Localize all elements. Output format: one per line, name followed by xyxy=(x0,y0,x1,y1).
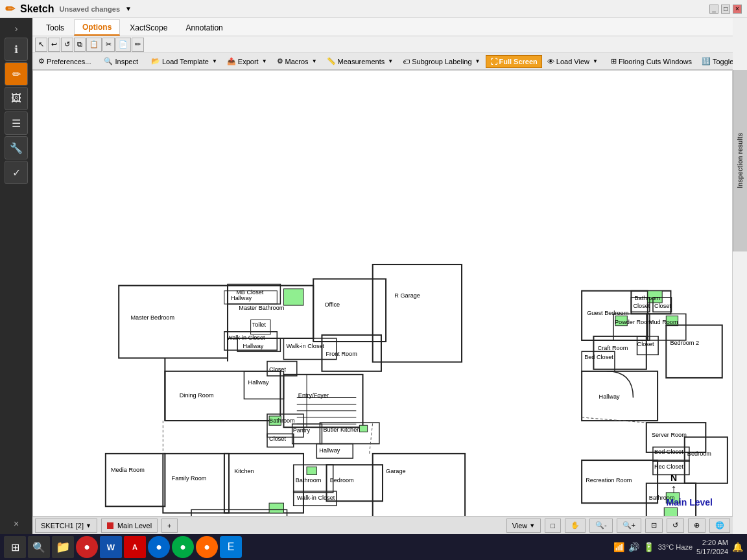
toolbar1: ↖ ↩ ↺ ⧉ 📋 ✂ 📄 ✏ xyxy=(32,36,733,53)
flooring-cuts-label: Flooring Cuts Windows xyxy=(619,58,692,65)
inspect-button[interactable]: 🔍 Inspect xyxy=(99,55,142,68)
north-indicator: N ↑ xyxy=(670,472,677,495)
preferences-button[interactable]: ⚙ Preferences... xyxy=(34,55,95,68)
room-guest-bedroom: Guest Bedroom xyxy=(587,310,628,316)
notification-icon[interactable]: 🔔 xyxy=(732,542,743,552)
sidebar-btn-photo[interactable]: 🖼 xyxy=(5,87,28,110)
canvas-area[interactable]: Master Bedroom Hallway MB Closet Master … xyxy=(32,70,733,534)
sidebar-btn-list[interactable]: ☰ xyxy=(5,111,28,135)
room-butler-kitchen: Butler Kitchen xyxy=(323,426,360,433)
main-level-button[interactable]: Main Level xyxy=(101,519,158,533)
pan-button[interactable]: ✋ xyxy=(565,519,586,533)
app-autocad[interactable]: A xyxy=(124,536,146,558)
app-green[interactable]: ● xyxy=(172,536,194,558)
maximize-button[interactable]: □ xyxy=(721,5,730,14)
room-hallway3: Hallway xyxy=(248,379,269,386)
export-arrow: ▼ xyxy=(262,58,267,64)
room-master-bathroom: Master Bathroom xyxy=(239,305,284,311)
copy-button[interactable]: ⧉ xyxy=(74,38,86,52)
weather-label: 33°C Haze xyxy=(658,543,693,551)
room-hallway2: Hallway xyxy=(243,343,263,349)
toggle-calculations-button[interactable]: 🔢 Toggle Calculations xyxy=(697,55,733,68)
room-mb-closet: MB Closet xyxy=(236,289,264,296)
search-button[interactable]: 🔍 xyxy=(28,536,50,558)
svg-rect-36 xyxy=(106,454,165,506)
tab-xactscope[interactable]: XactScope xyxy=(121,20,176,36)
tab-annotation[interactable]: Annotation xyxy=(177,20,231,36)
fullscreen-button[interactable]: ⛶ Full Screen xyxy=(486,55,542,68)
start-button[interactable]: ⊞ xyxy=(4,536,26,558)
room-closet-right3: Closet xyxy=(637,341,654,347)
tab-tools[interactable]: Tools xyxy=(38,20,73,36)
macros-arrow: ▼ xyxy=(312,58,317,64)
files-button[interactable]: 📁 xyxy=(52,536,74,558)
export-button[interactable]: 📤 Export▼ xyxy=(222,55,272,68)
room-master-bedroom: Master Bedroom xyxy=(131,314,175,321)
load-view-button[interactable]: 👁 Load View▼ xyxy=(543,55,602,68)
room-dining-room: Dining Room xyxy=(180,392,214,399)
tab-options[interactable]: Options xyxy=(74,19,120,36)
app-red[interactable]: ● xyxy=(76,536,98,558)
app-orange[interactable]: ● xyxy=(196,536,218,558)
room-entry-foyer: Entry/Foyer xyxy=(298,392,329,399)
room-bedroom2: Bedroom 2 xyxy=(670,340,699,346)
select-tool-button[interactable]: ↖ xyxy=(35,38,47,52)
dropdown-arrow[interactable]: ▼ xyxy=(125,5,132,12)
sidebar-btn-draw[interactable]: ✏ xyxy=(5,62,28,86)
floor-plan-svg: Master Bedroom Hallway MB Closet Master … xyxy=(33,71,732,533)
app-title: Sketch xyxy=(20,3,54,15)
globe-button[interactable]: 🌐 xyxy=(709,519,730,533)
app-blue[interactable]: ● xyxy=(148,536,170,558)
svg-rect-37 xyxy=(373,454,465,520)
room-mud-room: Mud Room xyxy=(649,319,678,325)
page-button[interactable]: 📄 xyxy=(115,38,131,52)
room-bathroom1: Bathroom xyxy=(269,417,295,424)
right-sidebar-panel: Inspection results xyxy=(733,70,747,251)
measurements-arrow: ▼ xyxy=(388,58,393,64)
zoom-out-button[interactable]: 🔍- xyxy=(589,519,613,533)
svg-rect-29 xyxy=(224,454,303,513)
measurements-button[interactable]: 📏 Measurements▼ xyxy=(322,55,398,68)
sidebar-top-arrow[interactable]: › xyxy=(12,21,21,36)
main-level-label: Main Level xyxy=(666,497,713,508)
pen-button[interactable]: ✏ xyxy=(132,38,144,52)
zoom-fit-button[interactable]: ⊡ xyxy=(645,519,663,533)
room-hallway1: Hallway xyxy=(231,295,252,301)
sidebar-btn-info[interactable]: ℹ xyxy=(5,38,28,61)
app-w[interactable]: W xyxy=(100,536,122,558)
room-recreation-room: Recreation Room xyxy=(586,477,632,484)
zoom-reset-button[interactable]: ↺ xyxy=(667,519,684,533)
svg-rect-30 xyxy=(269,503,283,513)
sound-icon: 🔊 xyxy=(628,542,639,552)
room-r-garage: R Garage xyxy=(394,292,420,299)
inspection-results-label: Inspection results xyxy=(737,133,744,189)
subgroup-labeling-button[interactable]: 🏷 Subgroup Labeling▼ xyxy=(398,55,484,68)
paste-button[interactable]: 📋 xyxy=(86,38,102,52)
minimize-button[interactable]: _ xyxy=(709,5,718,14)
zoom-in-button[interactable]: 🔍+ xyxy=(617,519,641,533)
subgroup-label: Subgroup Labeling xyxy=(412,58,471,65)
view-button[interactable]: View ▼ xyxy=(506,519,541,533)
add-level-button[interactable]: + xyxy=(161,519,177,533)
svg-rect-13 xyxy=(283,375,362,427)
macros-button[interactable]: ⚙ Macros▼ xyxy=(272,55,322,68)
load-template-button[interactable]: 📂 Load Template▼ xyxy=(147,55,222,68)
flooring-cuts-button[interactable]: ⊞ Flooring Cuts Windows xyxy=(606,55,696,68)
sketch1-button[interactable]: SKETCH1 [2] ▼ xyxy=(35,519,97,533)
room-bed-closet1: Bed Closet xyxy=(584,354,613,360)
app-edge[interactable]: E xyxy=(220,536,242,558)
date-label: 5/17/2024 xyxy=(696,547,728,556)
room-bathroom2: Bathroom xyxy=(296,477,322,484)
sketch-label: SKETCH1 xyxy=(41,522,74,530)
fit-button[interactable]: □ xyxy=(545,519,561,533)
sidebar-btn-check[interactable]: ✓ xyxy=(5,161,28,184)
room-walk-in-closet1: Walk-in Closet xyxy=(227,334,265,341)
refresh-button[interactable]: ⊕ xyxy=(688,519,706,533)
close-button[interactable]: × xyxy=(733,5,742,14)
redo-button[interactable]: ↺ xyxy=(61,38,73,52)
sidebar-btn-tools[interactable]: 🔧 xyxy=(5,136,28,159)
sidebar-bottom-arrow[interactable]: × xyxy=(11,516,21,531)
undo-button[interactable]: ↩ xyxy=(48,38,60,52)
svg-rect-0 xyxy=(119,286,228,358)
cut-button[interactable]: ✂ xyxy=(102,38,115,52)
